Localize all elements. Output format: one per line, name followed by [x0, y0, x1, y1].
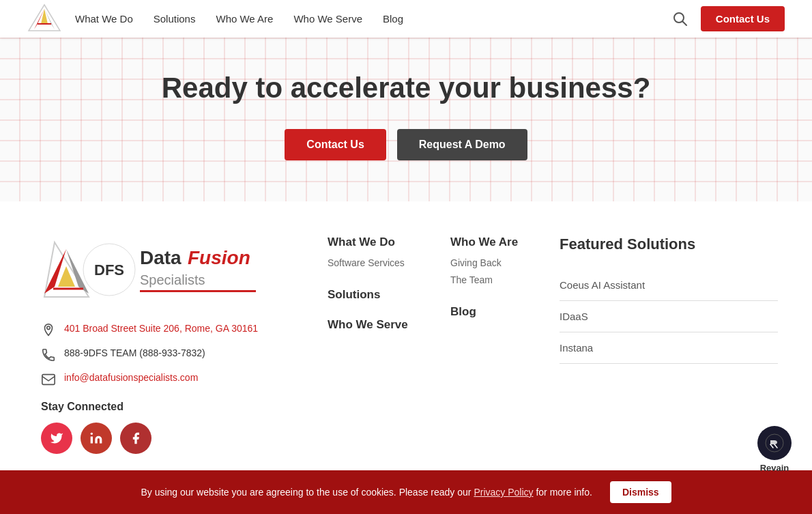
- navbar-contact-button[interactable]: Contact Us: [701, 6, 785, 31]
- cookie-text: By using our website you are agreeing to…: [141, 487, 592, 498]
- footer-the-team[interactable]: The Team: [450, 272, 532, 289]
- svg-text:Data: Data: [140, 247, 182, 268]
- svg-marker-1: [41, 9, 48, 24]
- email-text[interactable]: info@datafusionspecialists.com: [64, 372, 198, 383]
- nav-links: What We Do Solutions Who We Are Who We S…: [75, 13, 671, 25]
- svg-rect-19: [42, 375, 55, 385]
- footer-software-services[interactable]: Software Services: [328, 255, 409, 272]
- phone-icon: [41, 347, 56, 362]
- featured-idaas[interactable]: IDaaS: [560, 301, 778, 332]
- cookie-banner: By using our website you are agreeing to…: [0, 470, 812, 514]
- request-demo-button[interactable]: Request A Demo: [397, 129, 527, 160]
- footer-blog-heading[interactable]: Blog: [450, 305, 532, 319]
- revain-label: Revain: [760, 463, 789, 473]
- logo[interactable]: [27, 3, 61, 34]
- privacy-policy-link[interactable]: Privacy Policy: [474, 487, 533, 498]
- footer-giving-back[interactable]: Giving Back: [450, 255, 532, 272]
- svg-line-6: [682, 21, 686, 25]
- footer-col-who-we-are: Who We Are Giving Back The Team Blog: [450, 235, 532, 454]
- svg-rect-17: [140, 290, 256, 292]
- svg-point-18: [47, 326, 50, 330]
- nav-solutions[interactable]: Solutions: [154, 13, 196, 25]
- contact-us-button[interactable]: Contact Us: [285, 129, 386, 160]
- address-text[interactable]: 401 Broad Street Suite 206, Rome, GA 301…: [64, 323, 258, 334]
- nav-who-we-serve[interactable]: Who We Serve: [293, 13, 362, 25]
- nav-what-we-do[interactable]: What We Do: [75, 13, 133, 25]
- footer-featured: Featured Solutions Coeus AI Assistant ID…: [560, 235, 778, 454]
- svg-text:DFS: DFS: [94, 261, 124, 279]
- hero-buttons: Contact Us Request A Demo: [14, 129, 798, 160]
- svg-text:Specialists: Specialists: [140, 272, 205, 287]
- hero-section: Ready to accelerate your business? Conta…: [0, 38, 812, 201]
- svg-point-20: [91, 433, 93, 435]
- footer: DFS Data Fusion Specialists 401 Broad St…: [0, 201, 812, 481]
- revain-widget[interactable]: Revain: [757, 426, 792, 473]
- footer-who-we-serve-heading[interactable]: Who We Serve: [328, 318, 409, 332]
- email-icon: [41, 372, 56, 387]
- footer-what-we-do-heading[interactable]: What We Do: [328, 235, 409, 249]
- svg-text:Fusion: Fusion: [188, 247, 250, 268]
- footer-left: DFS Data Fusion Specialists 401 Broad St…: [41, 235, 300, 454]
- cookie-dismiss-button[interactable]: Dismiss: [610, 481, 671, 503]
- revain-icon: [757, 426, 792, 460]
- footer-email: info@datafusionspecialists.com: [41, 372, 300, 387]
- footer-logo: DFS Data Fusion Specialists: [41, 235, 259, 304]
- nav-who-we-are[interactable]: Who We Are: [216, 13, 273, 25]
- stay-connected-label: Stay Connected: [41, 401, 300, 413]
- twitter-button[interactable]: [41, 423, 72, 454]
- footer-col-what-we-do: What We Do Software Services Solutions W…: [328, 235, 409, 454]
- featured-instana[interactable]: Instana: [560, 332, 778, 364]
- location-icon: [41, 323, 56, 338]
- featured-solutions-title: Featured Solutions: [560, 235, 778, 253]
- featured-coeus[interactable]: Coeus AI Assistant: [560, 270, 778, 301]
- footer-address: 401 Broad Street Suite 206, Rome, GA 301…: [41, 323, 300, 338]
- footer-phone: 888-9DFS TEAM (888-933-7832): [41, 347, 300, 362]
- facebook-button[interactable]: [120, 423, 151, 454]
- footer-who-we-are-heading[interactable]: Who We Are: [450, 235, 532, 249]
- social-icons: [41, 423, 300, 454]
- phone-text: 888-9DFS TEAM (888-933-7832): [64, 347, 205, 358]
- navbar: What We Do Solutions Who We Are Who We S…: [0, 0, 812, 38]
- footer-nav: What We Do Software Services Solutions W…: [328, 235, 532, 454]
- nav-blog[interactable]: Blog: [383, 13, 403, 25]
- search-icon[interactable]: [671, 10, 690, 29]
- hero-title: Ready to accelerate your business?: [14, 72, 798, 104]
- linkedin-button[interactable]: [81, 423, 112, 454]
- svg-marker-8: [58, 266, 75, 287]
- footer-solutions-heading[interactable]: Solutions: [328, 288, 409, 302]
